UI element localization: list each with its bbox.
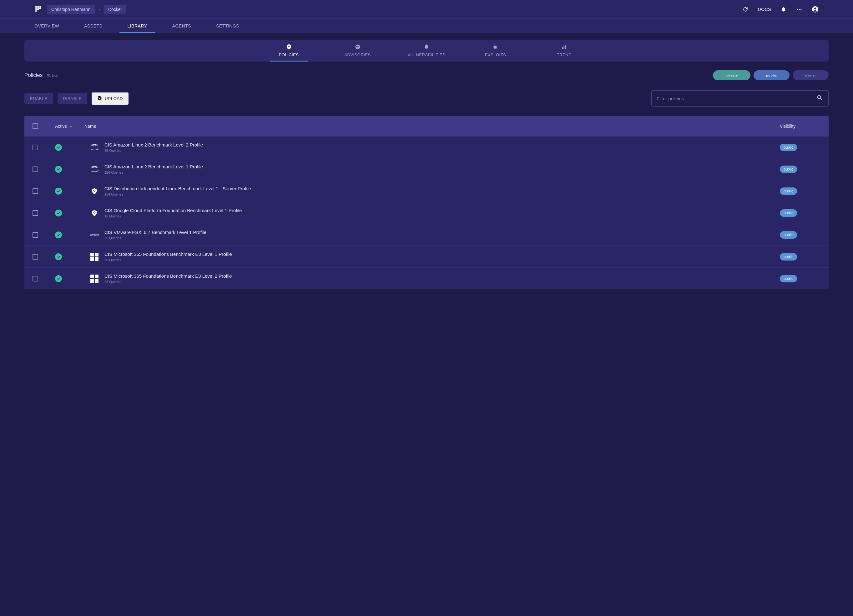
account-icon[interactable] <box>812 6 819 13</box>
app-logo[interactable] <box>34 5 41 14</box>
row-checkbox[interactable] <box>32 276 38 282</box>
filter-pill-owner[interactable]: owner <box>793 70 829 80</box>
upload-file-icon <box>97 95 102 101</box>
table-row[interactable]: CIS Distribution Independent Linux Bench… <box>24 180 829 202</box>
policy-name: CIS Distribution Independent Linux Bench… <box>105 186 780 191</box>
table-row[interactable]: CIS Microsoft 365 Foundations Benchmark … <box>24 246 829 268</box>
aws-icon: aws <box>84 143 105 152</box>
nav-agents[interactable]: AGENTS <box>172 19 191 33</box>
breadcrumb-context[interactable]: Docker <box>104 5 126 14</box>
row-checkbox[interactable] <box>32 232 38 238</box>
row-checkbox[interactable] <box>32 210 38 216</box>
active-check-icon <box>55 144 62 151</box>
total-count: 91 total <box>47 73 58 77</box>
policy-query-count: 46 Queries <box>105 280 780 284</box>
visibility-badge: public <box>780 209 797 217</box>
policies-icon <box>286 44 292 50</box>
nav-assets[interactable]: ASSETS <box>84 19 102 33</box>
filter-pill-public[interactable]: public <box>754 70 789 80</box>
filter-pill-private[interactable]: private <box>713 70 750 80</box>
svg-point-9 <box>288 46 289 47</box>
refresh-icon[interactable] <box>742 6 748 12</box>
bell-icon[interactable] <box>780 6 787 12</box>
breadcrumb-user[interactable]: Christoph Hartmann <box>47 5 95 14</box>
enable-button[interactable]: ENABLE <box>24 93 53 104</box>
visibility-filter-pills: private public owner <box>713 70 829 80</box>
nav-library[interactable]: LIBRARY <box>127 19 147 33</box>
column-header-active[interactable]: Active <box>55 124 84 129</box>
svg-point-11 <box>494 45 496 49</box>
subtab-label: ADVISORIES <box>344 53 370 57</box>
row-checkbox[interactable] <box>32 166 38 172</box>
visibility-badge: public <box>780 166 797 173</box>
svg-point-4 <box>798 9 800 10</box>
policy-name: CIS Amazon Linux 2 Benchmark Level 2 Pro… <box>105 142 780 147</box>
active-check-icon <box>55 188 62 195</box>
table-body: awsCIS Amazon Linux 2 Benchmark Level 2 … <box>24 136 829 289</box>
row-checkbox[interactable] <box>32 188 38 194</box>
policy-name: CIS Microsoft 365 Foundations Benchmark … <box>105 251 780 257</box>
table-row[interactable]: awsCIS Amazon Linux 2 Benchmark Level 2 … <box>24 136 829 158</box>
policy-name: CIS VMware ESXi 6.7 Benchmark Level 1 Pr… <box>105 230 780 235</box>
upload-button-label: UPLOAD <box>105 96 123 101</box>
search-box[interactable] <box>651 90 829 106</box>
subtab-vulnerabilities[interactable]: VULNERABILITIES <box>408 44 446 62</box>
visibility-badge: public <box>780 231 797 239</box>
policy-name: CIS Amazon Linux 2 Benchmark Level 1 Pro… <box>105 164 780 169</box>
svg-point-5 <box>800 9 801 10</box>
policy-query-count: 30 Queries <box>105 258 780 262</box>
search-icon <box>817 94 823 103</box>
subtab-label: VULNERABILITIES <box>408 53 446 57</box>
policy-name: CIS Microsoft 365 Foundations Benchmark … <box>105 273 780 278</box>
ms-icon <box>84 275 105 283</box>
advisories-icon <box>355 44 361 50</box>
table-row[interactable]: CIS Google Cloud Platform Foundation Ben… <box>24 202 829 224</box>
row-checkbox[interactable] <box>32 254 38 260</box>
sort-down-icon <box>69 124 73 129</box>
policy-name: CIS Google Cloud Platform Foundation Ben… <box>105 208 780 213</box>
subtab-label: EXPLOITS <box>485 53 506 57</box>
table-row[interactable]: CIS Microsoft 365 Foundations Benchmark … <box>24 268 829 289</box>
nav-overview[interactable]: OVERVIEW <box>34 19 59 33</box>
top-navigation: OVERVIEWASSETSLIBRARYAGENTSSETTINGS <box>0 19 853 33</box>
row-checkbox[interactable] <box>32 145 38 150</box>
subtab-policies[interactable]: POLICIES <box>270 44 308 62</box>
search-input[interactable] <box>657 96 817 101</box>
column-header-visibility[interactable]: Visibility <box>780 124 821 129</box>
policy-query-count: 16 Queries <box>105 214 780 218</box>
active-check-icon <box>55 253 62 260</box>
select-all-checkbox[interactable] <box>32 123 38 129</box>
svg-point-7 <box>814 8 816 9</box>
visibility-badge: public <box>780 188 797 195</box>
svg-rect-0 <box>35 6 36 11</box>
subtab-label: TREND <box>557 53 572 57</box>
upload-button[interactable]: UPLOAD <box>92 92 129 104</box>
nav-settings[interactable]: SETTINGS <box>216 19 239 33</box>
svg-rect-12 <box>562 47 563 49</box>
subtab-exploits[interactable]: EXPLOITS <box>477 44 514 62</box>
subtab-trend[interactable]: TREND <box>545 44 583 62</box>
column-header-name[interactable]: Name <box>84 124 780 129</box>
table-header: Active Name Visibility <box>24 116 829 136</box>
trend-icon <box>561 44 567 50</box>
active-check-icon <box>55 275 62 282</box>
docs-link[interactable]: DOCS <box>758 7 771 12</box>
breadcrumb: Christoph Hartmann › Docker <box>47 5 126 14</box>
svg-point-3 <box>797 9 798 10</box>
library-subtabs: POLICIESADVISORIESVULNERABILITIESEXPLOIT… <box>24 40 829 62</box>
more-icon[interactable] <box>796 6 802 12</box>
action-row: ENABLE DISABLE UPLOAD <box>24 90 829 106</box>
shield-icon <box>84 188 105 195</box>
svg-point-16 <box>94 190 95 191</box>
breadcrumb-separator: › <box>99 7 100 12</box>
svg-rect-13 <box>564 46 565 49</box>
subtab-label: POLICIES <box>279 53 299 57</box>
table-row[interactable]: vmwareCIS VMware ESXi 6.7 Benchmark Leve… <box>24 224 829 246</box>
vmware-icon: vmware <box>84 233 105 236</box>
exploits-icon <box>492 44 498 50</box>
subtab-advisories[interactable]: ADVISORIES <box>339 44 376 62</box>
title-row: Policies 91 total private public owner <box>24 70 829 80</box>
disable-button[interactable]: DISABLE <box>58 93 88 104</box>
table-row[interactable]: awsCIS Amazon Linux 2 Benchmark Level 1 … <box>24 158 829 180</box>
active-check-icon <box>55 232 62 238</box>
